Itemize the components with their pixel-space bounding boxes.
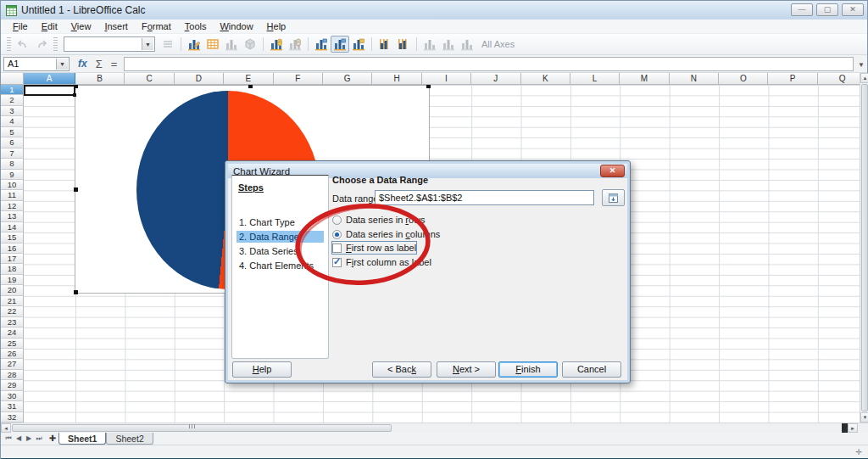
chart-handle-left-mid[interactable] bbox=[74, 188, 78, 192]
chart-wall-icon[interactable] bbox=[241, 36, 259, 53]
row-header-29[interactable]: 29 bbox=[1, 380, 24, 390]
menu-view[interactable]: View bbox=[64, 20, 98, 32]
row-header-6[interactable]: 6 bbox=[1, 137, 24, 148]
format-selection-icon[interactable] bbox=[159, 36, 177, 53]
option-data-series-in-columns[interactable]: Data series in columns bbox=[332, 228, 440, 240]
z-axis-icon[interactable] bbox=[458, 36, 476, 53]
column-header-i[interactable]: I bbox=[422, 73, 471, 85]
option-data-series-in-rows[interactable]: Data series in rows bbox=[332, 214, 426, 226]
column-header-a[interactable]: A bbox=[24, 73, 75, 85]
row-header-9[interactable]: 9 bbox=[1, 170, 24, 180]
vertical-scrollbar[interactable]: ▲ ▼ bbox=[860, 73, 868, 423]
row-header-20[interactable]: 20 bbox=[1, 285, 24, 295]
row-header-22[interactable]: 22 bbox=[1, 306, 24, 316]
data-in-rows-icon[interactable] bbox=[267, 36, 286, 53]
shrink-range-button[interactable] bbox=[602, 189, 625, 206]
row-header-27[interactable]: 27 bbox=[1, 359, 24, 369]
x-axis-icon[interactable] bbox=[420, 36, 439, 53]
column-header-g[interactable]: G bbox=[323, 73, 372, 85]
split-window-handle[interactable] bbox=[842, 423, 848, 433]
column-header-o[interactable]: O bbox=[719, 73, 768, 85]
sheet-tab-sheet2[interactable]: Sheet2 bbox=[106, 433, 153, 445]
undo-icon[interactable] bbox=[14, 36, 32, 53]
data-in-columns-icon[interactable] bbox=[286, 36, 304, 53]
option-first-column-as-label[interactable]: First column as label bbox=[332, 256, 431, 268]
x-axis-grid-icon[interactable] bbox=[376, 36, 394, 53]
scroll-right-icon[interactable]: ► bbox=[848, 423, 858, 433]
selected-cell-a1[interactable] bbox=[24, 85, 75, 96]
row-header-16[interactable]: 16 bbox=[1, 243, 24, 254]
row-header-13[interactable]: 13 bbox=[1, 211, 24, 221]
back-button[interactable]: < Back bbox=[372, 361, 431, 378]
column-header-n[interactable]: N bbox=[670, 73, 719, 85]
row-header-23[interactable]: 23 bbox=[1, 317, 24, 327]
row-header-7[interactable]: 7 bbox=[1, 148, 24, 159]
chart-element-selector[interactable]: ▼ bbox=[64, 36, 155, 52]
finish-button[interactable]: Finish bbox=[498, 361, 558, 378]
add-sheet-icon[interactable]: ✚ bbox=[47, 433, 58, 443]
chart-handle-bottom-left[interactable] bbox=[74, 290, 78, 294]
row-header-17[interactable]: 17 bbox=[1, 254, 24, 264]
data-range-input[interactable]: $Sheet2.$A$1:$B$2 bbox=[375, 190, 594, 205]
scroll-left-icon[interactable]: ◄ bbox=[1, 423, 11, 433]
row-header-10[interactable]: 10 bbox=[1, 180, 24, 190]
menu-tools[interactable]: Tools bbox=[178, 20, 214, 32]
scroll-down-icon[interactable]: ▼ bbox=[860, 412, 868, 423]
menu-format[interactable]: Format bbox=[135, 20, 178, 32]
last-sheet-icon[interactable]: ⏭ bbox=[35, 434, 43, 443]
sum-icon[interactable]: Σ bbox=[96, 58, 103, 70]
menu-edit[interactable]: Edit bbox=[35, 20, 64, 32]
name-box-dropdown-icon[interactable]: ▼ bbox=[56, 59, 68, 70]
wizard-step-2[interactable]: 2. Data Range bbox=[236, 231, 324, 243]
column-header-j[interactable]: J bbox=[471, 73, 520, 85]
menu-file[interactable]: File bbox=[6, 20, 35, 32]
select-all-corner[interactable] bbox=[1, 73, 24, 85]
cancel-button[interactable]: Cancel bbox=[562, 361, 621, 378]
row-header-21[interactable]: 21 bbox=[1, 296, 24, 306]
wizard-step-4[interactable]: 4. Chart Elements bbox=[236, 260, 324, 271]
column-header-b[interactable]: B bbox=[75, 73, 125, 85]
column-header-d[interactable]: D bbox=[175, 73, 224, 85]
titles-icon[interactable] bbox=[222, 36, 241, 53]
y-axis-icon[interactable] bbox=[439, 36, 458, 53]
row-header-18[interactable]: 18 bbox=[1, 264, 24, 274]
sheet-tab-sheet1[interactable]: Sheet1 bbox=[58, 433, 106, 445]
zoom-control-icon[interactable]: ✛ bbox=[855, 448, 862, 456]
expand-formula-bar-icon[interactable]: ▼ bbox=[858, 61, 865, 69]
row-header-28[interactable]: 28 bbox=[1, 370, 24, 380]
first-sheet-icon[interactable]: ⏮ bbox=[4, 434, 13, 443]
y-axis-grid-icon[interactable] bbox=[394, 36, 413, 53]
function-wizard-icon[interactable]: fx bbox=[78, 58, 87, 70]
column-header-m[interactable]: M bbox=[620, 73, 669, 85]
column-header-c[interactable]: C bbox=[125, 73, 174, 85]
formula-input[interactable] bbox=[124, 57, 854, 71]
row-header-30[interactable]: 30 bbox=[1, 391, 24, 401]
vertical-scroll-thumb[interactable] bbox=[861, 84, 868, 411]
row-header-2[interactable]: 2 bbox=[1, 95, 24, 105]
row-header-32[interactable]: 32 bbox=[1, 412, 24, 423]
row-header-8[interactable]: 8 bbox=[1, 159, 24, 169]
next-sheet-icon[interactable]: ▶ bbox=[25, 434, 33, 443]
horizontal-scrollbar[interactable]: ◄ ► bbox=[1, 423, 868, 433]
minimize-button[interactable]: — bbox=[791, 3, 813, 16]
row-header-25[interactable]: 25 bbox=[1, 339, 24, 349]
column-header-e[interactable]: E bbox=[224, 73, 273, 85]
column-header-p[interactable]: P bbox=[768, 73, 817, 85]
name-box[interactable]: A1 ▼ bbox=[3, 57, 70, 71]
checkbox-icon[interactable] bbox=[332, 258, 342, 267]
chart-type-icon[interactable] bbox=[185, 36, 203, 53]
radio-icon[interactable] bbox=[332, 230, 342, 239]
automatic-layout-icon[interactable] bbox=[331, 36, 349, 53]
previous-sheet-icon[interactable]: ◀ bbox=[14, 434, 23, 443]
wizard-step-3[interactable]: 3. Data Series bbox=[236, 245, 324, 257]
maximize-button[interactable]: ▢ bbox=[816, 3, 838, 16]
row-header-4[interactable]: 4 bbox=[1, 116, 24, 126]
row-header-14[interactable]: 14 bbox=[1, 222, 24, 232]
menu-insert[interactable]: Insert bbox=[97, 20, 135, 32]
column-header-f[interactable]: F bbox=[274, 73, 323, 85]
data-table-icon[interactable] bbox=[203, 36, 222, 53]
option-first-row-as-label[interactable]: First row as label bbox=[332, 242, 416, 254]
next-button[interactable]: Next > bbox=[437, 361, 496, 378]
column-header-l[interactable]: L bbox=[570, 73, 620, 85]
row-header-12[interactable]: 12 bbox=[1, 201, 24, 211]
